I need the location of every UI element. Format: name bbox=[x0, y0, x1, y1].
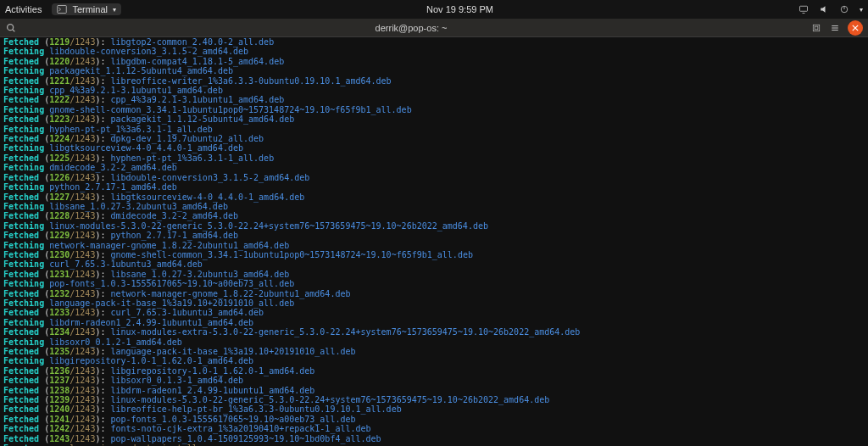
log-line: Fetched (1227/1243): libgtksourceview-4-… bbox=[3, 192, 865, 202]
log-line: Fetched (1230/1243): gnome-shell-common_… bbox=[3, 250, 865, 259]
log-line: Fetched (1236/1243): libgirepository-1.0… bbox=[3, 366, 865, 376]
log-line: Fetched (1222/1243): cpp_4%3a9.2.1-3.1ub… bbox=[3, 95, 865, 104]
svg-rect-5 bbox=[815, 26, 818, 30]
log-line: Fetching libdouble-conversion3_3.1.5-2_a… bbox=[3, 47, 865, 56]
log-line: Fetched (1229/1243): python_2.7.17-1_amd… bbox=[3, 231, 865, 240]
log-line: Fetched (1233/1243): curl_7.65.3-1ubuntu… bbox=[3, 308, 865, 317]
log-line: Fetching linux-modules-5.3.0-22-generic_… bbox=[3, 221, 865, 231]
app-menu-label: Terminal bbox=[72, 4, 108, 14]
log-line: Fetched (1235/1243): language-pack-it-ba… bbox=[3, 347, 865, 356]
log-line: Fetched (1237/1243): libsoxr0_0.1.3-1_am… bbox=[3, 376, 865, 385]
log-line: Fetching hyphen-pt-pt_1%3a6.3.1-1_all.de… bbox=[3, 125, 865, 134]
log-line: Fetched (1221/1243): libreoffice-writer_… bbox=[3, 76, 865, 86]
window-titlebar: derrik@pop-os: ~ bbox=[0, 19, 868, 37]
log-line: Fetched (1242/1243): fonts-noto-cjk-extr… bbox=[3, 424, 865, 433]
log-line: Fetched (1240/1243): libreoffice-help-pt… bbox=[3, 404, 865, 414]
volume-icon[interactable] bbox=[819, 4, 829, 14]
log-line: Fetched (1224/1243): dpkg-dev_1.19.7ubun… bbox=[3, 134, 865, 143]
log-line: Fetched (1225/1243): hyphen-pt-pt_1%3a6.… bbox=[3, 153, 865, 163]
log-line: Fetched (1223/1243): packagekit_1.1.12-5… bbox=[3, 114, 865, 124]
log-line: Fetching libgtksourceview-4-0_4.4.0-1_am… bbox=[3, 143, 865, 153]
log-line: Fetching packagekit_1.1.12-5ubuntu4_amd6… bbox=[3, 66, 865, 75]
log-line: Fetching network-manager-gnome_1.8.22-2u… bbox=[3, 241, 865, 250]
clock[interactable]: Nov 19 9:59 PM bbox=[426, 4, 493, 14]
power-icon[interactable] bbox=[839, 4, 849, 14]
app-menu[interactable]: Terminal ▾ bbox=[52, 3, 121, 15]
log-line: Fetching libgirepository-1.0-1_1.62.0-1_… bbox=[3, 356, 865, 365]
terminal-output[interactable]: Fetched (1219/1243): libgtop2-common_2.4… bbox=[0, 37, 868, 446]
window-title: derrik@pop-os: ~ bbox=[17, 23, 805, 33]
log-line: Fetching pop-fonts_1.0.3-1555617065~19.1… bbox=[3, 279, 865, 288]
log-line: Fetching dmidecode_3.2-2_amd64.deb bbox=[3, 163, 865, 172]
log-line: Fetching language-pack-it-base_1%3a19.10… bbox=[3, 298, 865, 308]
log-line: Fetched (1228/1243): dmidecode_3.2-2_amd… bbox=[3, 211, 865, 220]
svg-rect-4 bbox=[813, 25, 820, 31]
log-line: Fetching cpp_4%3a9.2.1-3.1ubuntu1_amd64.… bbox=[3, 86, 865, 95]
hamburger-menu-button[interactable] bbox=[827, 20, 843, 36]
gnome-topbar: Activities Terminal ▾ Nov 19 9:59 PM ▾ bbox=[0, 0, 868, 19]
log-line: Fetching libsane_1.0.27-3.2ubuntu3_amd64… bbox=[3, 202, 865, 211]
chevron-down-icon: ▾ bbox=[113, 6, 116, 14]
activities-button[interactable]: Activities bbox=[5, 4, 42, 14]
new-tab-button[interactable] bbox=[809, 20, 824, 36]
close-button[interactable] bbox=[848, 20, 863, 36]
svg-point-3 bbox=[8, 24, 14, 30]
log-line: Fetching curl_7.65.3-1ubuntu3_amd64.deb bbox=[3, 259, 865, 269]
log-line: Fetched (1231/1243): libsane_1.0.27-3.2u… bbox=[3, 270, 865, 279]
log-line: Fetched (1220/1243): libgdbm-compat4_1.1… bbox=[3, 57, 865, 66]
log-line: Fetched (1241/1243): pop-fonts_1.0.3-155… bbox=[3, 415, 865, 424]
log-line: Fetched (1238/1243): libdrm-radeon1_2.4.… bbox=[3, 386, 865, 395]
log-line: Fetched (1232/1243): network-manager-gno… bbox=[3, 289, 865, 298]
log-line: Fetched (1234/1243): linux-modules-extra… bbox=[3, 327, 865, 337]
chevron-down-icon: ▾ bbox=[860, 6, 863, 14]
log-line: Fetched (1239/1243): linux-modules-5.3.0… bbox=[3, 395, 865, 404]
log-line: Fetching libsoxr0_0.1.2-1_amd64.deb bbox=[3, 337, 865, 347]
log-line: Fetching libdrm-radeon1_2.4.99-1ubuntu1_… bbox=[3, 318, 865, 327]
svg-rect-1 bbox=[799, 6, 807, 11]
svg-rect-0 bbox=[58, 6, 67, 14]
terminal-icon bbox=[57, 4, 67, 14]
display-icon[interactable] bbox=[798, 4, 809, 14]
log-line: Fetched (1243/1243): pop-wallpapers_1.0.… bbox=[3, 434, 865, 443]
search-icon[interactable] bbox=[5, 22, 17, 34]
log-line: Fetching gnome-shell-common_3.34.1-1ubun… bbox=[3, 105, 865, 114]
log-line: Fetched (1219/1243): libgtop2-common_2.4… bbox=[3, 37, 865, 47]
log-line: Fetched (1226/1243): libdouble-conversio… bbox=[3, 173, 865, 182]
log-line: Fetching python_2.7.17-1_amd64.deb bbox=[3, 182, 865, 192]
